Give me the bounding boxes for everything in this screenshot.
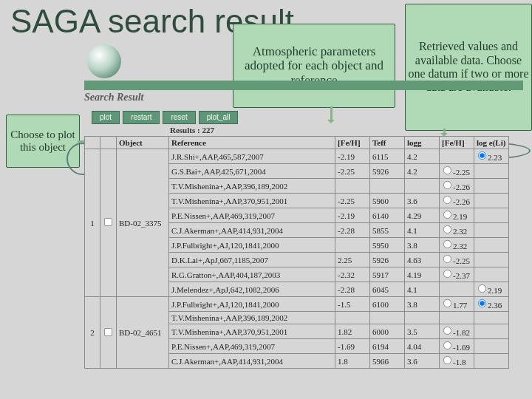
value-cell: -2.26: [440, 179, 474, 194]
value-cell: 2.23: [474, 149, 509, 164]
param-cell: [370, 179, 405, 194]
param-cell: -2.28: [335, 282, 370, 297]
reference-cell: J.R.Shi+,AAP,465,587,2007: [169, 149, 335, 164]
reference-cell: P.E.Nissen+,AAP,469,319,2007: [169, 208, 335, 223]
plot-cell: [100, 149, 117, 297]
value-cell: [474, 339, 509, 354]
param-cell: 6115: [370, 149, 405, 164]
param-cell: -2.25: [335, 164, 370, 179]
table-header: Reference: [169, 137, 335, 149]
value-cell: [474, 324, 509, 339]
table-header: [Fe/H]: [335, 137, 370, 149]
value-radio[interactable]: [443, 196, 451, 204]
param-cell: 3.6: [405, 354, 440, 369]
value-cell: [440, 149, 474, 164]
value-cell: [440, 282, 474, 297]
reference-cell: P.E.Nissen+,AAP,469,319,2007: [169, 339, 335, 354]
value-cell: -2.25: [440, 164, 474, 179]
table-header: logg: [405, 137, 440, 149]
value-radio[interactable]: [478, 284, 486, 293]
value-cell: 2.19: [440, 208, 474, 223]
value-cell: [474, 179, 509, 194]
param-cell: 3.6: [405, 194, 440, 208]
param-cell: 1.8: [335, 354, 370, 369]
param-cell: -2.19: [335, 149, 370, 164]
param-cell: -1.69: [335, 339, 370, 354]
value-radio[interactable]: [443, 166, 451, 174]
param-cell: [335, 179, 370, 194]
plot-all-button[interactable]: plot_all: [199, 111, 239, 124]
arrow-icon: [330, 106, 332, 121]
value-radio[interactable]: [443, 240, 451, 248]
param-cell: 6045: [370, 282, 405, 297]
value-radio[interactable]: [443, 211, 451, 219]
reference-cell: T.V.Mishenina+,AAP,396,189,2002: [169, 312, 335, 324]
param-cell: 5950: [370, 238, 405, 253]
param-cell: 3.8: [405, 297, 440, 312]
param-cell: 4.19: [405, 267, 440, 282]
value-cell: [474, 354, 509, 369]
restart-button[interactable]: restart: [123, 111, 160, 124]
param-cell: 4.2: [405, 149, 440, 164]
param-cell: 4.04: [405, 339, 440, 354]
param-cell: -2.19: [335, 208, 370, 223]
value-radio[interactable]: [443, 255, 451, 263]
param-cell: -1.5: [335, 297, 370, 312]
param-cell: 5855: [370, 223, 405, 238]
reference-cell: J.Melendez+,ApJ,642,1082,2006: [169, 282, 335, 297]
table-header: [85, 137, 100, 149]
param-cell: 4.29: [405, 208, 440, 223]
value-radio[interactable]: [443, 299, 451, 307]
reference-cell: T.V.Mishenina+,AAP,370,951,2001: [169, 324, 335, 339]
object-name: BD-02_3375: [117, 149, 169, 297]
plot-button[interactable]: plot: [92, 111, 120, 124]
plot-checkbox[interactable]: [104, 327, 112, 335]
table-header: log e(Li): [474, 137, 509, 149]
value-cell: [474, 208, 509, 223]
reference-cell: J.P.Fulbright+,AJ,120,1841,2000: [169, 297, 335, 312]
value-cell: -2.37: [440, 267, 474, 282]
param-cell: 5966: [370, 354, 405, 369]
param-cell: 5926: [370, 253, 405, 267]
value-cell: 2.36: [474, 297, 509, 312]
reference-cell: C.J.Akerman+,AAP,414,931,2004: [169, 354, 335, 369]
plot-checkbox[interactable]: [104, 218, 112, 226]
value-radio[interactable]: [443, 341, 451, 349]
value-radio[interactable]: [443, 356, 451, 364]
value-radio[interactable]: [443, 270, 451, 278]
arrow-icon: [443, 129, 446, 134]
param-cell: [370, 312, 405, 324]
reference-cell: J.P.Fulbright+,AJ,120,1841,2000: [169, 238, 335, 253]
param-cell: 6100: [370, 297, 405, 312]
value-cell: 2.32: [440, 238, 474, 253]
value-cell: -1.82: [440, 324, 474, 339]
value-radio[interactable]: [443, 327, 451, 335]
value-radio[interactable]: [443, 225, 451, 233]
panel-header-bar: [84, 81, 523, 90]
group-index: 1: [85, 149, 100, 297]
reset-button[interactable]: reset: [163, 111, 195, 124]
value-radio[interactable]: [478, 151, 486, 160]
reference-cell: T.V.Mishenina+,AAP,370,951,2001: [169, 194, 335, 208]
param-cell: [405, 312, 440, 324]
param-cell: -2.32: [335, 267, 370, 282]
param-cell: 6000: [370, 324, 405, 339]
table-header: [Fe/H]: [440, 137, 474, 149]
param-cell: 2.25: [335, 253, 370, 267]
value-cell: 2.32: [440, 223, 474, 238]
param-cell: 4.1: [405, 223, 440, 238]
param-cell: 3.8: [405, 238, 440, 253]
value-cell: [474, 164, 509, 179]
table-row: 1BD-02_3375J.R.Shi+,AAP,465,587,2007-2.1…: [85, 149, 509, 164]
param-cell: 5926: [370, 164, 405, 179]
param-cell: -2.28: [335, 223, 370, 238]
plot-cell: [100, 297, 117, 369]
value-cell: [474, 267, 509, 282]
value-cell: 1.77: [440, 297, 474, 312]
value-cell: [474, 194, 509, 208]
value-radio[interactable]: [478, 299, 486, 307]
param-cell: -2.25: [335, 194, 370, 208]
value-cell: -1.8: [440, 354, 474, 369]
value-radio[interactable]: [443, 181, 451, 189]
param-cell: 6194: [370, 339, 405, 354]
